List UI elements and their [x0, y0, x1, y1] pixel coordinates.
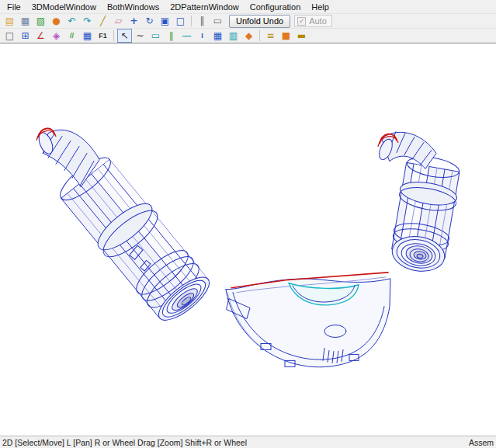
package-box-icon: ■: [282, 31, 290, 40]
draw-tool-button[interactable]: ╱: [95, 14, 110, 28]
open-file-icon: ▤: [5, 16, 14, 26]
menu-item-3dmodelwindow[interactable]: 3DModelWindow: [26, 2, 102, 12]
undo-view-button[interactable]: ↶: [64, 14, 79, 28]
auto-checkbox-group[interactable]: ✓ Auto: [294, 15, 332, 27]
menu-item-configuration[interactable]: Configuration: [245, 2, 306, 12]
auto-checkbox: ✓: [297, 17, 306, 26]
table-grid-button[interactable]: ▦: [210, 29, 225, 43]
redo-view-icon: ↷: [83, 16, 91, 26]
hatch-pattern-button[interactable]: //: [64, 29, 79, 43]
model-wireframe-drawing: [0, 43, 496, 436]
rotate-view-button[interactable]: ↻: [142, 14, 157, 28]
open-file-button[interactable]: ▤: [2, 14, 17, 28]
fill-region-icon: ◈: [53, 31, 60, 40]
angle-measure-icon: ∠: [36, 31, 45, 40]
package-box-button[interactable]: ■: [279, 29, 293, 43]
freehand-tool-icon: ~: [136, 31, 144, 40]
marquee-select-button[interactable]: □: [2, 29, 17, 43]
tile-vertical-button[interactable]: ▭: [210, 14, 225, 28]
toolbar-bottom: □ ⊞ ∠ ◈ // ▦ F1 ↖ ~ ▭ ∥ — I ▦ ▥ ◆ ≡ ■ ▬: [0, 28, 496, 43]
right-tube-model: [376, 132, 460, 276]
import-model-button[interactable]: ▧: [33, 14, 48, 28]
shell-part-model: [226, 273, 390, 367]
grid-snap-button[interactable]: ⊞: [18, 29, 33, 43]
tile-horizontal-icon: ‖: [200, 16, 205, 26]
toolbar-top: ▤ ▦ ▧ ● ↶ ↷ ╱ ▱ + ↻ ▣ □ ‖ ▭ Unfold Undo …: [0, 13, 496, 28]
preview-window-button[interactable]: ▥: [226, 29, 241, 43]
ruler-tool-icon: —: [182, 31, 192, 40]
menu-item-bothwindows[interactable]: BothWindows: [102, 2, 165, 12]
rotate-view-icon: ↻: [145, 16, 153, 26]
workspace-case-button[interactable]: ▬: [294, 29, 309, 43]
hatch-lines-icon: ∥: [169, 31, 174, 40]
select-arrow-icon: ↖: [120, 31, 128, 40]
tile-horizontal-button[interactable]: ‖: [195, 14, 210, 28]
frame-view-icon: □: [176, 16, 185, 26]
monitor-2d-button[interactable]: ▭: [148, 29, 163, 43]
toolbar-separator: [259, 30, 260, 41]
help-f1-icon: F1: [99, 33, 107, 40]
menu-item-file[interactable]: File: [2, 2, 26, 12]
grid-snap-icon: ⊞: [21, 31, 29, 40]
hatch-lines-button[interactable]: ∥: [164, 29, 179, 43]
ruler-tool-button[interactable]: —: [179, 29, 194, 43]
monitor-2d-icon: ▭: [151, 31, 160, 40]
angle-measure-button[interactable]: ∠: [33, 29, 48, 43]
save-file-button[interactable]: ▦: [18, 14, 33, 28]
table-grid-icon: ▦: [213, 31, 222, 40]
preview-window-icon: ▥: [229, 31, 238, 40]
mesh-grid-button[interactable]: ▦: [80, 29, 95, 43]
frame-view-button[interactable]: □: [173, 14, 188, 28]
unfold-undo-button[interactable]: Unfold Undo: [229, 15, 290, 28]
mesh-grid-icon: ▦: [83, 31, 92, 40]
status-bar: 2D [Select/Move] L [Pan] R or Wheel Drag…: [0, 436, 496, 448]
hatch-pattern-icon: //: [70, 33, 74, 40]
zoom-fit-icon: ▣: [161, 16, 169, 26]
layers-stack-icon: ≡: [266, 31, 274, 40]
toolbar-separator: [191, 16, 192, 26]
status-hint-text: 2D [Select/Move] L [Pan] R or Wheel Drag…: [2, 438, 247, 447]
3d-viewport[interactable]: [0, 43, 496, 436]
save-file-icon: ▦: [21, 16, 29, 26]
texture-tool-icon: ◆: [245, 31, 252, 40]
status-doc-label: Assem: [469, 438, 494, 447]
layers-stack-button[interactable]: ≡: [263, 29, 278, 43]
toolbar-separator: [113, 30, 114, 41]
render-shaded-icon: ●: [52, 16, 60, 26]
fill-region-button[interactable]: ◈: [49, 29, 64, 43]
draw-tool-icon: ╱: [100, 16, 106, 26]
erase-tool-icon: ▱: [115, 16, 122, 26]
render-shaded-button[interactable]: ●: [49, 14, 64, 28]
menu-bar: File 3DModelWindow BothWindows 2DPattern…: [0, 0, 496, 13]
pin-tool-button[interactable]: +: [127, 14, 141, 28]
workspace-case-icon: ▬: [297, 31, 306, 40]
pin-tool-icon: +: [130, 16, 137, 26]
freehand-tool-button[interactable]: ~: [133, 29, 147, 43]
auto-checkbox-label: Auto: [309, 16, 327, 26]
seam-tool-icon: I: [201, 33, 203, 40]
redo-view-button[interactable]: ↷: [80, 14, 95, 28]
menu-item-2dpatternwindow[interactable]: 2DPatternWindow: [165, 2, 245, 12]
application-window: File 3DModelWindow BothWindows 2DPattern…: [0, 0, 496, 448]
import-model-icon: ▧: [36, 16, 45, 26]
left-tube-model: [36, 128, 216, 327]
seam-tool-button[interactable]: I: [195, 29, 210, 43]
marquee-select-icon: □: [5, 31, 14, 40]
select-arrow-button[interactable]: ↖: [117, 29, 132, 43]
help-f1-button[interactable]: F1: [95, 29, 110, 43]
tile-vertical-icon: ▭: [213, 16, 222, 26]
undo-view-icon: ↶: [68, 16, 75, 26]
zoom-fit-button[interactable]: ▣: [158, 14, 172, 28]
erase-tool-button[interactable]: ▱: [111, 14, 126, 28]
menu-item-help[interactable]: Help: [306, 2, 335, 12]
texture-tool-button[interactable]: ◆: [241, 29, 256, 43]
